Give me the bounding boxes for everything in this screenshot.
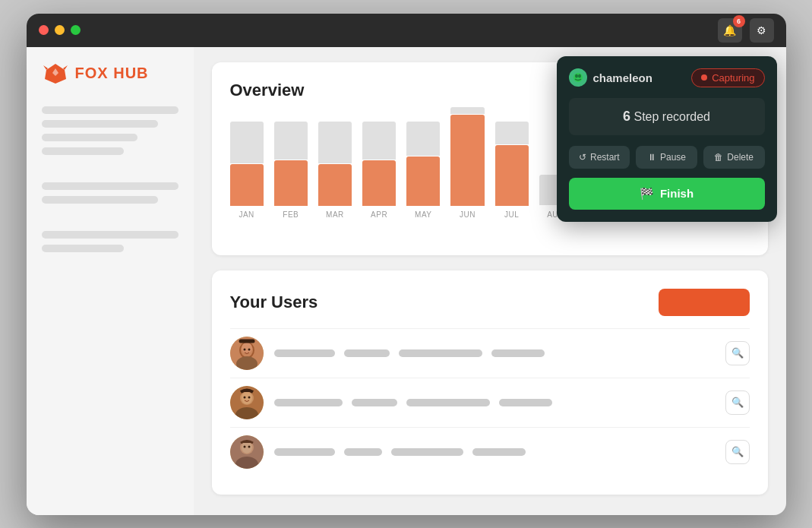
bar-empty (406, 122, 440, 156)
bar-fill (495, 145, 529, 206)
bar-empty (495, 122, 529, 144)
table-row: 🔍 (230, 427, 750, 476)
main-content: Overview JANFEBMARAPRMAYJUNJULAUGSEPOCTN… (194, 47, 786, 515)
notification-icon-button[interactable]: 6 🔔 (718, 18, 742, 43)
avatar (230, 386, 264, 419)
user-field (399, 349, 482, 357)
step-recorded-text: 6 Step recorded (580, 109, 754, 125)
bar-label: JUN (460, 210, 476, 219)
pause-button[interactable]: ⏸ Pause (636, 146, 697, 169)
bar-container (362, 107, 396, 206)
table-row: 🔍 (230, 328, 750, 378)
extension-icon-button[interactable]: ⚙ (750, 18, 774, 43)
chart-column: JUN (450, 107, 484, 219)
bar-fill (274, 160, 308, 206)
bar-label: FEB (283, 210, 299, 219)
avatar (230, 337, 264, 370)
bar-container (495, 107, 529, 206)
bar-container (406, 107, 440, 206)
sidebar-item[interactable] (42, 231, 179, 239)
user-field (274, 448, 335, 456)
step-count: 6 (623, 109, 630, 124)
search-icon: 🔍 (731, 347, 744, 359)
traffic-light-close[interactable] (39, 25, 49, 35)
user-field (344, 349, 390, 357)
user-search-button[interactable]: 🔍 (725, 440, 750, 464)
delete-label: Delete (727, 152, 754, 163)
bar-label: JAN (239, 210, 254, 219)
users-header: Your Users (230, 289, 750, 316)
bar-container (450, 107, 484, 206)
chameleon-panel: chameleon Capturing 6 Step recorded (557, 56, 777, 222)
sidebar-item[interactable] (42, 120, 158, 128)
delete-button[interactable]: 🗑 Delete (703, 146, 765, 169)
user-data (274, 399, 715, 406)
users-title: Your Users (230, 292, 318, 312)
bar-fill (406, 157, 440, 206)
users-action-button[interactable] (659, 289, 750, 316)
user-field (491, 349, 545, 357)
bar-label: JUL (504, 210, 519, 219)
badge: 6 (733, 15, 745, 27)
user-field (406, 399, 490, 406)
restart-button[interactable]: ↺ Restart (569, 146, 630, 169)
capturing-dot (701, 74, 707, 81)
user-search-button[interactable]: 🔍 (725, 390, 750, 415)
user-field (352, 399, 397, 406)
sidebar-item[interactable] (42, 134, 137, 141)
user-data (274, 349, 715, 357)
user-field (274, 349, 335, 357)
bar-empty (450, 107, 484, 115)
chart-column: MAY (406, 107, 440, 219)
search-icon: 🔍 (731, 397, 744, 408)
pause-label: Pause (660, 152, 686, 163)
panel-header: chameleon Capturing (569, 68, 765, 87)
svg-marker-2 (63, 65, 68, 70)
svg-point-17 (243, 396, 245, 398)
svg-point-27 (578, 74, 581, 78)
bar-empty (274, 122, 308, 160)
user-search-button[interactable]: 🔍 (725, 341, 750, 365)
traffic-light-minimize[interactable] (55, 25, 65, 35)
user-field (472, 448, 526, 456)
sidebar-item[interactable] (42, 196, 158, 204)
finish-button[interactable]: 🏁 Finish (569, 178, 765, 210)
bar-empty (318, 122, 352, 163)
chart-column: MAR (318, 107, 352, 219)
sidebar-item[interactable] (42, 245, 124, 252)
svg-point-11 (243, 348, 245, 350)
bar-empty (230, 122, 264, 163)
sidebar-item[interactable] (42, 147, 124, 155)
chart-column: JUL (495, 107, 529, 219)
chameleon-brand: chameleon (569, 68, 652, 87)
sidebar: FOX HUB (27, 47, 194, 515)
bar-fill (450, 115, 484, 205)
svg-point-18 (248, 396, 250, 398)
titlebar-right: 6 🔔 ⚙ (718, 18, 774, 43)
step-recorded-area: 6 Step recorded (569, 98, 765, 135)
capturing-badge: Capturing (691, 68, 764, 87)
bar-fill (230, 164, 264, 206)
pause-icon: ⏸ (647, 152, 656, 163)
capturing-label: Capturing (712, 72, 754, 84)
titlebar: 6 🔔 ⚙ (27, 14, 786, 47)
user-avatar-img (230, 337, 264, 370)
bar-fill (318, 164, 352, 206)
chart-column: APR (362, 107, 396, 219)
chart-column: FEB (274, 107, 308, 219)
restart-label: Restart (590, 152, 620, 163)
fox-logo-icon (42, 62, 69, 85)
user-avatar-img (230, 386, 264, 419)
avatar (230, 435, 264, 469)
table-row: 🔍 (230, 378, 750, 427)
restart-icon: ↺ (579, 152, 586, 163)
sidebar-nav (42, 106, 179, 252)
users-card: Your Users (212, 270, 768, 495)
sidebar-item[interactable] (42, 106, 179, 114)
user-field (391, 448, 463, 456)
user-field (499, 399, 552, 406)
traffic-light-maximize[interactable] (71, 25, 81, 35)
logo-text: FOX HUB (75, 65, 149, 82)
bar-empty (362, 122, 396, 160)
sidebar-item[interactable] (42, 182, 179, 190)
